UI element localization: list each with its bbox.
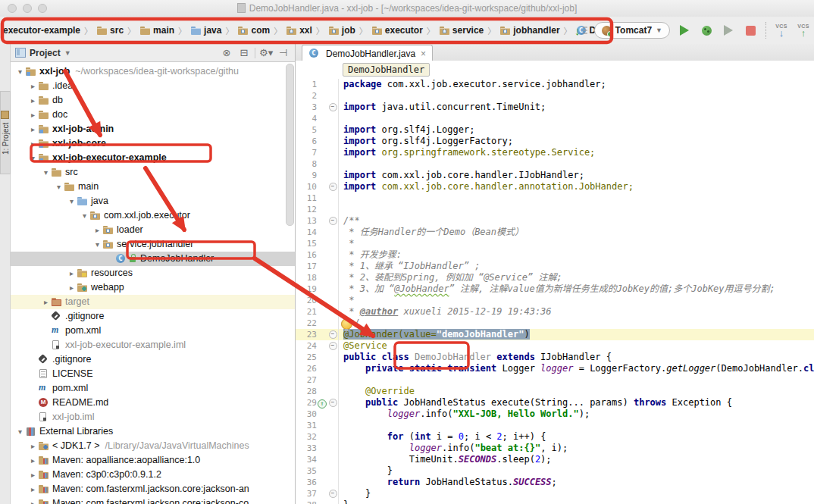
tree-item[interactable]: .gitignore	[11, 309, 295, 324]
code-line[interactable]: 22 */	[296, 318, 814, 329]
breadcrumb-item[interactable]: xxl	[284, 24, 314, 36]
code-line[interactable]: 35 }	[296, 465, 814, 477]
code-line[interactable]: 18 * 2、装配到Spring, 例如加 “@Service” 注解;	[296, 272, 814, 283]
code-line[interactable]: 32 for (int i = 0; i < 2; i++) {	[296, 431, 814, 443]
tree-chevron-icon[interactable]: ▾	[41, 165, 51, 180]
code-line[interactable]: 29↑− public JobHandleStatus execute(Stri…	[296, 397, 814, 409]
tree-chevron-icon[interactable]: ▸	[28, 93, 38, 108]
code-line[interactable]: 5import org.slf4j.Logger;	[296, 124, 814, 136]
code-line[interactable]: 31	[296, 420, 814, 431]
tree-item[interactable]: ▸target	[11, 295, 295, 309]
tree-chevron-icon[interactable]: ▾	[15, 424, 25, 439]
tree-item[interactable]: xxl-job-executor-example.iml	[11, 338, 295, 352]
override-marker-icon[interactable]: ↑	[318, 399, 327, 409]
tree-item[interactable]: ▾src	[11, 165, 295, 180]
tree-chevron-icon[interactable]: ▾	[67, 194, 77, 208]
intention-bulb-icon[interactable]	[341, 318, 352, 330]
tree-item[interactable]: DemoJobHandler	[11, 252, 295, 266]
scroll-from-source-icon[interactable]: ⊗	[220, 47, 233, 58]
breadcrumb-item[interactable]: com	[236, 24, 271, 36]
stop-button[interactable]	[743, 23, 758, 38]
tree-item[interactable]: ▸xxl-job-core	[11, 136, 295, 151]
tree-chevron-icon[interactable]: ▸	[28, 122, 38, 136]
breadcrumb-item[interactable]: src	[95, 24, 125, 36]
editor-tab[interactable]: DemoJobHandler.java ×	[302, 45, 433, 61]
breadcrumb-item[interactable]: main	[138, 24, 176, 36]
hide-panel-icon[interactable]: ⊣	[277, 47, 290, 58]
tree-item[interactable]: xxl-job.iml	[11, 410, 295, 424]
code-line[interactable]: 2	[296, 90, 814, 102]
code-line[interactable]: 23−@JobHander(value="demoJobHandler")	[296, 329, 814, 340]
fold-icon[interactable]: −	[329, 490, 337, 498]
tree-item[interactable]: ▾com.xxl.job.executor	[11, 208, 295, 223]
tree-item[interactable]: ▸.idea	[11, 79, 295, 93]
tree-chevron-icon[interactable]: ▸	[28, 453, 38, 468]
debug-button[interactable]	[699, 23, 714, 38]
tree-chevron-icon[interactable]: ▸	[28, 482, 38, 496]
tree-chevron-icon[interactable]: ▸	[28, 496, 38, 504]
code-line[interactable]: 7import org.springframework.stereotype.S…	[296, 147, 814, 158]
code-line[interactable]: 25public class DemoJobHandler extends IJ…	[296, 352, 814, 363]
tree-scrollbar-thumb[interactable]	[286, 64, 294, 226]
tree-chevron-icon[interactable]: ▸	[28, 468, 38, 482]
run-configuration-select[interactable]: Tomcat7 ▼	[594, 22, 670, 39]
tree-item[interactable]: LICENSE	[11, 367, 295, 381]
breadcrumb-item[interactable]: service	[437, 24, 485, 36]
tree-item[interactable]: ▸webapp	[11, 280, 295, 295]
tree-item[interactable]: ▾main	[11, 180, 295, 194]
tree-item[interactable]: .gitignore	[11, 352, 295, 367]
tree-chevron-icon[interactable]: ▸	[28, 108, 38, 122]
fold-icon[interactable]: −	[329, 342, 337, 350]
close-icon[interactable]: ×	[421, 49, 426, 59]
code-line[interactable]: 4	[296, 113, 814, 124]
code-line[interactable]: 38}	[296, 499, 814, 504]
code-line[interactable]: 34 TimeUnit.SECONDS.sleep(2);	[296, 454, 814, 465]
tree-chevron-icon[interactable]: ▾	[80, 208, 89, 223]
tree-chevron-icon[interactable]: ▸	[67, 266, 77, 280]
collapse-all-icon[interactable]: ⊟	[237, 47, 251, 58]
settings-gear-icon[interactable]: ⚙▾	[259, 47, 273, 58]
code-line[interactable]: 12	[296, 204, 814, 215]
code-line[interactable]: 30 logger.info("XXL-JOB, Hello World.");	[296, 409, 814, 420]
fold-icon[interactable]: −	[329, 399, 337, 407]
breadcrumb-item[interactable]: executor	[370, 24, 424, 36]
code-line[interactable]: 17 * 1、继承 “IJobHandler” ;	[296, 261, 814, 272]
tree-item[interactable]: ▾External Libraries	[11, 424, 295, 439]
fold-icon[interactable]: −	[329, 183, 337, 191]
code-line[interactable]: 14 * 任务Handler的一个Demo（Bean模式）	[296, 227, 814, 238]
tree-item[interactable]: ▸xxl-job-admin	[11, 122, 295, 136]
tree-item[interactable]: ▸Maven: aopalliance:aopalliance:1.0	[11, 453, 295, 468]
tree-item[interactable]: ▸Maven: com.fasterxml.jackson.core:jacks…	[11, 482, 295, 496]
tree-chevron-icon[interactable]: ▾	[15, 64, 25, 79]
tree-item[interactable]: ▾xxl-job-executor-example	[11, 151, 295, 165]
code-line[interactable]: 9import com.xxl.job.core.handler.IJobHan…	[296, 170, 814, 181]
tree-item[interactable]: ▾java	[11, 194, 295, 208]
tree-item[interactable]: ▸resources	[11, 266, 295, 280]
code-line[interactable]: 11	[296, 193, 814, 204]
code-line[interactable]: 37− }	[296, 488, 814, 499]
tree-item[interactable]: pom.xml	[11, 324, 295, 338]
tree-item[interactable]: ▸loader	[11, 223, 295, 237]
tree-item[interactable]: ▾service.jobhandler	[11, 237, 295, 252]
code-line[interactable]: 10−import com.xxl.job.core.handler.annot…	[296, 181, 814, 193]
project-tool-window-tab[interactable]: 1: Project	[0, 91, 11, 174]
fold-icon[interactable]: −	[329, 217, 337, 225]
tree-item[interactable]: pom.xml	[11, 381, 295, 396]
tree-chevron-icon[interactable]: ▾	[28, 151, 38, 165]
tree-chevron-icon[interactable]: ▸	[28, 439, 38, 453]
green-down-arrow-icon[interactable]: ↓	[574, 25, 581, 36]
vcs-push-button[interactable]: VCS↑	[796, 23, 811, 38]
code-line[interactable]: 15 *	[296, 238, 814, 249]
code-line[interactable]: 33 logger.info("beat at:{}", i);	[296, 443, 814, 454]
code-line[interactable]: 19 * 3、加 “@JobHander” 注解, 注解value值为新增任务生…	[296, 283, 814, 295]
tree-chevron-icon[interactable]: ▸	[67, 280, 77, 295]
breadcrumb-item[interactable]: job	[327, 24, 357, 36]
fold-icon[interactable]: −	[329, 330, 337, 339]
breadcrumb-item[interactable]: jobhandler	[498, 24, 561, 36]
code-line[interactable]: 20 *	[296, 295, 814, 306]
vcs-update-button[interactable]: VCS↓	[774, 23, 789, 38]
code-line[interactable]: 1package com.xxl.job.executor.service.jo…	[296, 79, 814, 90]
code-line[interactable]: 28 @Override	[296, 386, 814, 397]
fold-icon[interactable]: −	[329, 103, 337, 111]
tree-chevron-icon[interactable]: ▸	[28, 136, 38, 151]
